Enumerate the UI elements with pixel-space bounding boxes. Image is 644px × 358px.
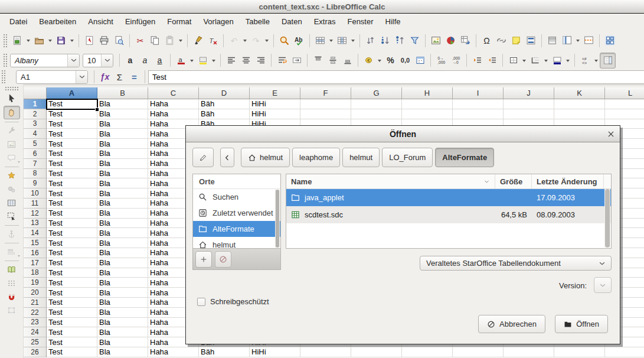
autofilter-button[interactable] — [407, 33, 422, 48]
menu-daten[interactable]: Daten — [276, 15, 308, 28]
cell-A10[interactable]: Test — [47, 188, 97, 198]
scrollbar-thumb[interactable] — [605, 189, 610, 248]
cell-B26[interactable]: Bla — [97, 347, 148, 357]
toolbar-grip[interactable] — [5, 86, 19, 90]
row-header-11[interactable]: 11 — [24, 198, 47, 209]
cell-A7[interactable]: Test — [47, 159, 97, 169]
conditional-formatting-button[interactable]: <≠=> — [578, 53, 593, 68]
column-header-size[interactable]: Größe — [495, 174, 532, 188]
cell-G26[interactable] — [351, 347, 402, 357]
cell-E26[interactable]: HiHi — [250, 347, 300, 357]
freeze-panes-button[interactable] — [560, 33, 574, 48]
cell-D1[interactable]: Bäh — [199, 99, 250, 109]
cell-F1[interactable] — [300, 99, 351, 109]
undo-dropdown[interactable] — [241, 33, 249, 48]
row-header-4[interactable]: 4 — [24, 129, 47, 139]
add-place-button[interactable] — [195, 251, 212, 268]
save-button[interactable] — [54, 33, 68, 48]
cell-H1[interactable] — [402, 99, 453, 109]
cell-A22[interactable]: Test — [47, 308, 97, 318]
place-AlteFormate[interactable]: AlteFormate — [193, 221, 280, 237]
cell-A8[interactable]: Test — [47, 169, 97, 179]
menu-format[interactable]: Format — [161, 15, 197, 28]
cell-B3[interactable]: Bla — [97, 119, 148, 129]
center-vertically-button[interactable] — [325, 53, 340, 68]
cell-A26[interactable]: Test — [47, 347, 97, 357]
redo-dropdown[interactable] — [263, 33, 270, 48]
cell-A3[interactable]: Test — [47, 119, 97, 129]
grid-visible-tool[interactable] — [4, 277, 19, 289]
export-pdf-button[interactable] — [82, 33, 97, 48]
paste-button[interactable] — [162, 33, 177, 48]
fill-handle[interactable] — [95, 108, 99, 112]
snap-to-grid-tool[interactable] — [4, 291, 19, 303]
cell-L1[interactable] — [605, 99, 644, 109]
cell-A20[interactable]: Test — [47, 288, 97, 298]
row-header-15[interactable]: 15 — [24, 238, 47, 248]
select-tool[interactable] — [4, 92, 19, 105]
breadcrumb-helmut[interactable]: helmut — [241, 148, 290, 167]
group-tool[interactable] — [4, 183, 19, 196]
cell-A16[interactable]: Test — [47, 248, 97, 258]
edit-points-tool[interactable] — [4, 125, 19, 137]
type-location-button[interactable] — [192, 148, 214, 167]
cut-button[interactable]: ✂ — [133, 33, 148, 48]
decrease-indent-button[interactable] — [485, 53, 499, 68]
row-dropdown[interactable] — [328, 33, 335, 48]
cell-K1[interactable] — [554, 99, 605, 109]
cell-A9[interactable]: Test — [47, 178, 97, 188]
save-dropdown[interactable] — [68, 33, 76, 48]
column-button[interactable] — [335, 33, 349, 48]
special-character-button[interactable]: Ω — [479, 33, 494, 48]
function-wizard-button[interactable]: ƒx — [97, 70, 112, 84]
cell-B20[interactable]: Bla — [97, 288, 148, 298]
window-titlebar[interactable]: content_text.sxc - LibreOffice Calc — [0, 0, 644, 14]
clear-formatting-button[interactable]: T — [205, 33, 220, 48]
row-header-13[interactable]: 13 — [24, 219, 47, 229]
font-color-button[interactable]: a — [174, 53, 188, 68]
row-header-14[interactable]: 14 — [24, 228, 47, 238]
new-document-button[interactable] — [10, 33, 25, 48]
cell-A23[interactable]: Test — [47, 318, 97, 328]
merge-cells-button[interactable] — [289, 53, 304, 68]
cell-B23[interactable]: Bla — [97, 318, 148, 328]
cell-A25[interactable]: Test — [47, 337, 97, 347]
increase-indent-button[interactable] — [470, 53, 485, 68]
percent-button[interactable]: % — [383, 53, 398, 68]
row-header-10[interactable]: 10 — [24, 188, 47, 198]
number-format-button[interactable]: 0,0 — [398, 53, 413, 68]
row-header-1[interactable]: 1 — [24, 99, 47, 109]
column-header-D[interactable]: D — [199, 87, 250, 99]
cell-B9[interactable]: Bla — [97, 178, 148, 188]
highlighting-color-dropdown[interactable] — [210, 53, 217, 68]
row-header-2[interactable]: 2 — [24, 109, 47, 119]
undo-button[interactable]: ↶ — [227, 33, 241, 48]
name-box[interactable]: A1 — [16, 70, 88, 84]
scrollbar-thumb[interactable] — [276, 190, 279, 248]
cell-I2[interactable] — [453, 109, 504, 119]
cell-B18[interactable]: Bla — [97, 268, 148, 278]
bold-button[interactable]: a — [123, 53, 138, 68]
places-scrollbar[interactable] — [275, 190, 280, 248]
column-header-I[interactable]: I — [453, 87, 504, 99]
cell-A15[interactable]: Test — [47, 238, 97, 248]
cell-B12[interactable]: Bla — [97, 209, 148, 219]
cell-K2[interactable] — [554, 109, 605, 119]
menu-tabelle[interactable]: Tabelle — [240, 15, 276, 28]
menu-bearbeiten[interactable]: Bearbeiten — [33, 15, 82, 28]
row-header-16[interactable]: 16 — [24, 248, 47, 258]
toolbar-grip[interactable] — [3, 53, 7, 67]
insert-graphic-tool[interactable] — [4, 170, 19, 182]
cancel-button[interactable]: Abbrechen — [478, 315, 545, 333]
cell-D26[interactable]: Bäh — [199, 347, 250, 357]
column-header-C[interactable]: C — [148, 87, 199, 99]
menu-ansicht[interactable]: Ansicht — [82, 15, 119, 28]
row-header-21[interactable]: 21 — [24, 298, 47, 308]
version-dropdown[interactable] — [594, 277, 612, 293]
cell-C2[interactable]: Haha — [148, 109, 199, 119]
row-header-7[interactable]: 7 — [24, 159, 47, 169]
remove-place-button[interactable] — [215, 251, 231, 268]
cell-A5[interactable]: Test — [47, 139, 97, 149]
insert-image-button[interactable] — [429, 33, 443, 48]
column-header-K[interactable]: K — [554, 87, 605, 99]
